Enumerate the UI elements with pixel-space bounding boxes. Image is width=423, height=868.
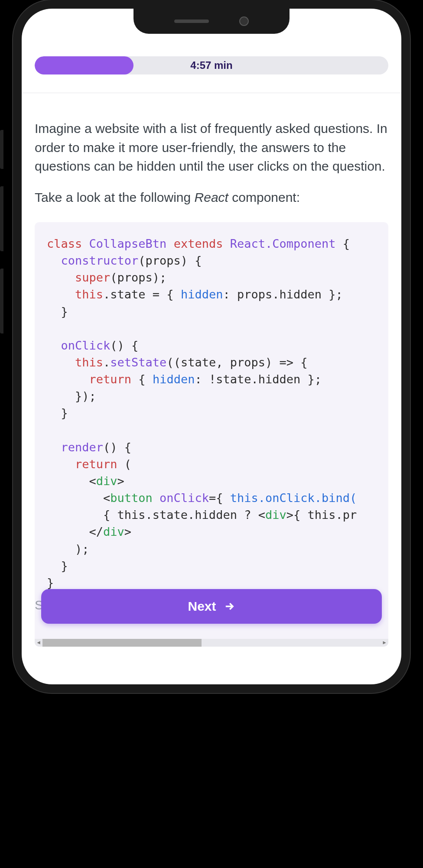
question-p2-pre: Take a look at the following [35, 190, 195, 204]
section-divider [22, 93, 401, 93]
code-content: class CollapseBtn extends React.Componen… [47, 237, 357, 623]
horizontal-scrollbar[interactable]: ◀ ▶ [35, 639, 388, 647]
progress-fill [35, 56, 133, 74]
phone-screen: 4:57 min Imagine a website with a list o… [22, 9, 401, 684]
next-button[interactable]: Next [41, 589, 382, 624]
question-paragraph-1: Imagine a website with a list of frequen… [35, 119, 388, 176]
next-button-label: Next [188, 599, 216, 614]
question-p2-post: component: [228, 190, 300, 204]
question-p2-emphasis: React [195, 190, 228, 204]
scrollbar-thumb[interactable] [42, 639, 202, 647]
main-content: 4:57 min Imagine a website with a list o… [22, 9, 401, 684]
arrow-right-icon [223, 600, 235, 612]
phone-frame: 4:57 min Imagine a website with a list o… [13, 0, 410, 693]
progress-time-label: 4:57 min [190, 59, 232, 71]
scroll-left-arrow-icon[interactable]: ◀ [35, 639, 42, 647]
code-block[interactable]: class CollapseBtn extends React.Componen… [35, 222, 388, 647]
progress-bar[interactable]: 4:57 min [35, 56, 388, 74]
scroll-right-arrow-icon[interactable]: ▶ [381, 639, 388, 647]
phone-notch [133, 9, 290, 34]
question-paragraph-2: Take a look at the following React compo… [35, 188, 388, 207]
